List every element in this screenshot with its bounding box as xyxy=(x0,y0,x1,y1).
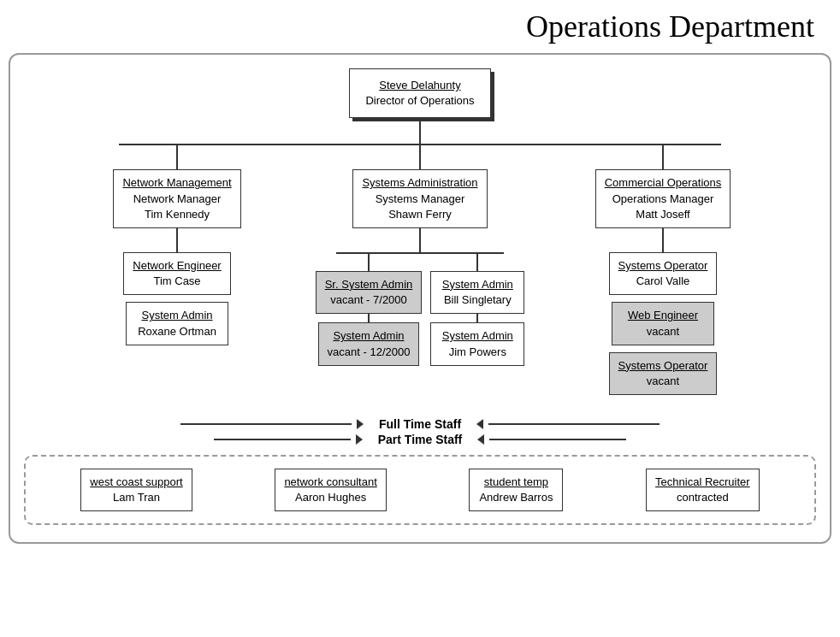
sys-c0-dept: Sr. System Admin xyxy=(325,277,413,292)
sys-c3-person: Jim Powers xyxy=(440,345,515,360)
com-children: Systems Operator Carol Valle Web Enginee… xyxy=(609,252,718,395)
net-vline xyxy=(176,145,178,169)
pt1-person: Aaron Hughes xyxy=(284,490,376,505)
pt-staff-3: Technical Recruiter contracted xyxy=(646,469,760,511)
com-child-2: Systems Operator vacant xyxy=(609,352,718,395)
com-c0-dept: Systems Operator xyxy=(618,258,708,274)
staff-section: Full Time Staff Part Time Staff west coa… xyxy=(24,409,816,525)
pt-staff-2: student temp Andrew Barros xyxy=(469,469,563,511)
fulltime-row: Full Time Staff xyxy=(24,417,816,431)
com-dept: Commercial Operations xyxy=(605,175,722,191)
sys-child-2: System Admin Bill Singletary xyxy=(430,271,524,314)
pt-staff-1: network consultant Aaron Hughes xyxy=(275,469,386,511)
net-dept: Network Management xyxy=(122,175,231,191)
org-chart: Steve Delahunty Director of Operations N… xyxy=(24,68,816,525)
net-child-0: Network Engineer Tim Case xyxy=(123,252,230,295)
pt0-person: Lam Tran xyxy=(90,490,182,505)
branch-row: Network Management Network Manager Tim K… xyxy=(24,145,816,395)
pt3-role: Technical Recruiter xyxy=(655,475,750,490)
com-c1-person: vacant xyxy=(621,324,705,339)
commercial-node: Commercial Operations Operations Manager… xyxy=(595,169,731,228)
sys-child-1: System Admin vacant - 12/2000 xyxy=(318,322,420,365)
sys-c1-person: vacant - 12/2000 xyxy=(328,345,411,360)
parttime-right-line xyxy=(489,439,626,440)
sys-person: Shawn Ferry xyxy=(362,207,477,222)
parttime-arrow-left xyxy=(477,434,484,445)
sys-dept: Systems Administration xyxy=(362,175,477,191)
com-child-0: Systems Operator Carol Valle xyxy=(609,252,718,295)
pt1-role: network consultant xyxy=(284,475,376,490)
root-level: Steve Delahunty Director of Operations xyxy=(24,68,816,118)
fulltime-right-line xyxy=(488,423,660,425)
fulltime-left-line xyxy=(180,423,352,425)
fulltime-arrow-left xyxy=(476,419,483,429)
pt-staff-0: west coast support Lam Tran xyxy=(80,469,192,511)
com-child-1: Web Engineer vacant xyxy=(612,302,714,345)
root-node: Steve Delahunty Director of Operations xyxy=(349,68,490,118)
root-vline xyxy=(419,118,421,144)
net-title: Network Manager xyxy=(122,192,231,207)
systems-branch: Systems Administration Systems Manager S… xyxy=(299,145,541,365)
fulltime-label: Full Time Staff xyxy=(379,417,461,431)
pt2-person: Andrew Barros xyxy=(478,490,553,505)
net-c0-person: Tim Case xyxy=(133,274,221,289)
page-title: Operations Department xyxy=(9,9,831,44)
sys-c3-dept: System Admin xyxy=(440,328,515,344)
part-time-box: west coast support Lam Tran network cons… xyxy=(24,455,816,525)
fulltime-arrow-right xyxy=(357,419,364,429)
root-role: Director of Operations xyxy=(365,93,474,109)
pt0-role: west coast support xyxy=(90,475,182,490)
sys-c2-person: Bill Singletary xyxy=(440,292,515,308)
net-c0-dept: Network Engineer xyxy=(133,258,221,274)
parttime-row: Part Time Staff xyxy=(24,433,816,446)
three-col-wrapper: Network Management Network Manager Tim K… xyxy=(24,144,816,395)
sys-child-3: System Admin Jim Powers xyxy=(430,322,524,365)
com-person: Matt Joseff xyxy=(605,207,722,222)
commercial-branch: Commercial Operations Operations Manager… xyxy=(541,145,784,395)
parttime-arrow-right xyxy=(356,434,363,445)
parttime-left-line xyxy=(214,439,351,440)
net-person: Tim Kennedy xyxy=(122,207,231,222)
org-chart-container: Steve Delahunty Director of Operations N… xyxy=(9,53,831,544)
sys-children: Sr. System Admin vacant - 7/2000 System … xyxy=(316,252,525,366)
com-c0-person: Carol Valle xyxy=(618,274,708,289)
com-title: Operations Manager xyxy=(605,192,722,207)
sys-title: Systems Manager xyxy=(362,192,477,207)
net-c1-person: Roxane Ortman xyxy=(135,324,219,339)
root-name: Steve Delahunty xyxy=(365,78,474,93)
com-c2-person: vacant xyxy=(618,374,708,389)
pt2-role: student temp xyxy=(478,475,553,490)
sys-c1-dept: System Admin xyxy=(328,328,411,344)
net-child-1: System Admin Roxane Ortman xyxy=(126,302,228,345)
com-c1-dept: Web Engineer xyxy=(621,308,705,323)
net-children: Network Engineer Tim Case System Admin R… xyxy=(123,252,230,345)
pt3-person: contracted xyxy=(655,490,750,505)
systems-node: Systems Administration Systems Manager S… xyxy=(352,169,487,228)
parttime-label: Part Time Staff xyxy=(378,433,463,446)
network-branch: Network Management Network Manager Tim K… xyxy=(56,145,299,345)
sys-child-0: Sr. System Admin vacant - 7/2000 xyxy=(316,271,423,314)
branch-hline xyxy=(119,144,721,145)
sys-c2-dept: System Admin xyxy=(440,277,515,292)
net-c1-dept: System Admin xyxy=(135,308,219,323)
sys-c0-person: vacant - 7/2000 xyxy=(325,292,413,308)
com-c2-dept: Systems Operator xyxy=(618,358,708,374)
network-node: Network Management Network Manager Tim K… xyxy=(113,169,240,228)
